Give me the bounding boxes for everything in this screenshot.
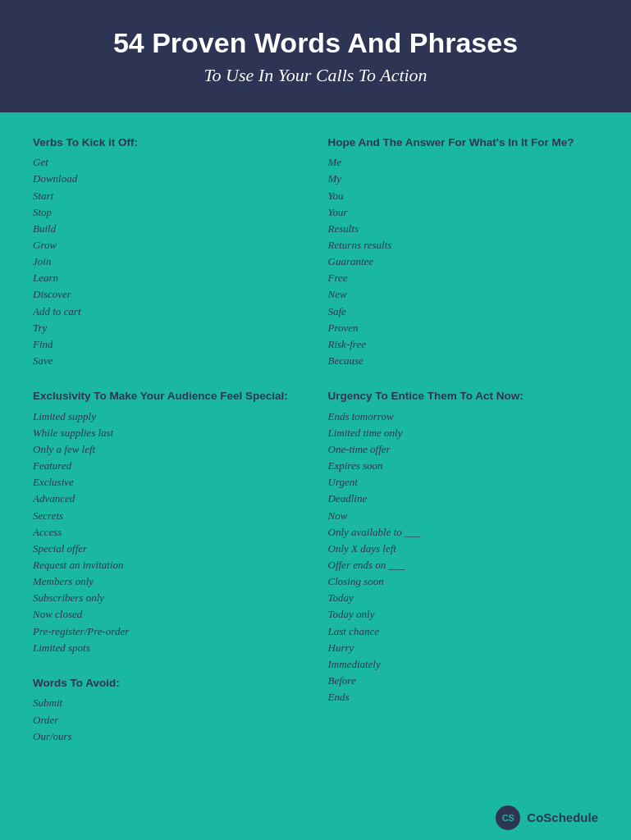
list-item: Last chance <box>328 623 599 640</box>
list-item: Get <box>33 154 304 171</box>
list-item: Exclusive <box>33 474 304 491</box>
coschedule-logo-icon: CS <box>496 806 520 830</box>
list-item: Today <box>328 590 599 606</box>
header-banner: 54 Proven Words And Phrases To Use In Yo… <box>0 0 631 112</box>
logo-name: CoSchedule <box>527 810 598 824</box>
column-1: Hope And The Answer For What's In It For… <box>328 135 599 765</box>
list-item: Learn <box>33 270 304 286</box>
list-item: Risk-free <box>328 336 599 353</box>
section-items-exclusivity: Limited supplyWhile supplies lastOnly a … <box>33 409 304 656</box>
list-item: You <box>328 188 599 204</box>
list-item: Pre-register/Pre-order <box>33 623 304 640</box>
list-item: Ends tomorrow <box>328 409 599 425</box>
list-item: Hurry <box>328 640 599 656</box>
list-item: Returns results <box>328 237 599 253</box>
list-item: Order <box>33 712 304 728</box>
list-item: Try <box>33 320 304 336</box>
list-item: Start <box>33 188 304 204</box>
list-item: Expires soon <box>328 458 599 474</box>
list-item: Build <box>33 221 304 237</box>
section-items-hope: MeMyYouYourResultsReturns resultsGuarant… <box>328 154 599 369</box>
list-item: Results <box>328 221 599 237</box>
section-exclusivity: Exclusivity To Make Your Audience Feel S… <box>33 389 304 656</box>
section-items-avoid: SubmitOrderOur/ours <box>33 695 304 744</box>
list-item: Now closed <box>33 606 304 623</box>
list-item: Now <box>328 508 599 524</box>
list-item: Ends <box>328 689 599 705</box>
list-item: Safe <box>328 304 599 320</box>
list-item: Access <box>33 524 304 541</box>
list-item: Limited supply <box>33 409 304 425</box>
section-verbs: Verbs To Kick it Off:GetDownloadStartSto… <box>33 135 304 369</box>
list-item: Offer ends on ___ <box>328 557 599 573</box>
list-item: Free <box>328 270 599 286</box>
section-avoid: Words To Avoid:SubmitOrderOur/ours <box>33 676 304 745</box>
list-item: Only available to ___ <box>328 524 599 541</box>
list-item: Add to cart <box>33 304 304 320</box>
list-item: Join <box>33 253 304 270</box>
list-item: Deadline <box>328 491 599 507</box>
list-item: Discover <box>33 286 304 303</box>
list-item: Find <box>33 336 304 353</box>
list-item: My <box>328 171 599 187</box>
list-item: Our/ours <box>33 728 304 745</box>
list-item: Only a few left <box>33 441 304 458</box>
section-items-urgency: Ends tomorrowLimited time onlyOne-time o… <box>328 409 599 706</box>
section-urgency: Urgency To Entice Them To Act Now:Ends t… <box>328 389 599 705</box>
content-area: Verbs To Kick it Off:GetDownloadStartSto… <box>0 135 631 797</box>
list-item: Secrets <box>33 508 304 524</box>
list-item: Your <box>328 204 599 221</box>
list-item: Special offer <box>33 541 304 557</box>
list-item: Limited time only <box>328 425 599 441</box>
section-items-verbs: GetDownloadStartStopBuildGrowJoinLearnDi… <box>33 154 304 369</box>
list-item: Subscribers only <box>33 590 304 606</box>
list-item: Immediately <box>328 656 599 673</box>
list-item: Today only <box>328 606 599 623</box>
list-item: New <box>328 286 599 303</box>
list-item: Urgent <box>328 474 599 491</box>
list-item: Only X days left <box>328 541 599 557</box>
list-item: Request an invitation <box>33 557 304 573</box>
list-item: Because <box>328 353 599 369</box>
list-item: Members only <box>33 573 304 590</box>
list-item: Limited spots <box>33 640 304 656</box>
list-item: Download <box>33 171 304 187</box>
list-item: Proven <box>328 320 599 336</box>
column-0: Verbs To Kick it Off:GetDownloadStartSto… <box>33 135 304 765</box>
section-title-verbs: Verbs To Kick it Off: <box>33 135 304 150</box>
section-title-avoid: Words To Avoid: <box>33 676 304 691</box>
section-hope: Hope And The Answer For What's In It For… <box>328 135 599 369</box>
list-item: Advanced <box>33 491 304 507</box>
section-title-exclusivity: Exclusivity To Make Your Audience Feel S… <box>33 389 304 404</box>
list-item: While supplies last <box>33 425 304 441</box>
section-title-hope: Hope And The Answer For What's In It For… <box>328 135 599 150</box>
list-item: Before <box>328 673 599 689</box>
list-item: Me <box>328 154 599 171</box>
header-title: 54 Proven Words And Phrases <box>33 26 598 60</box>
list-item: Closing soon <box>328 573 599 590</box>
list-item: Grow <box>33 237 304 253</box>
header-subtitle: To Use In Your Calls To Action <box>33 65 598 86</box>
footer-logo: CS CoSchedule <box>0 797 631 840</box>
list-item: Stop <box>33 204 304 221</box>
list-item: One-time offer <box>328 441 599 458</box>
list-item: Submit <box>33 695 304 711</box>
list-item: Guarantee <box>328 253 599 270</box>
list-item: Save <box>33 353 304 369</box>
list-item: Featured <box>33 458 304 474</box>
section-title-urgency: Urgency To Entice Them To Act Now: <box>328 389 599 404</box>
